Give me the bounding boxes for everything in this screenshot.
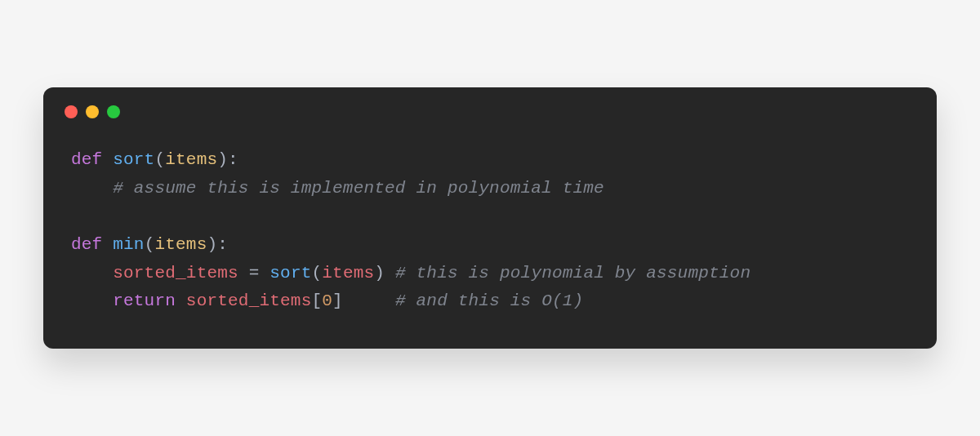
function-name: min — [113, 235, 144, 254]
code-line-5: sorted_items = sort(items) # this is pol… — [71, 264, 751, 283]
argument: items — [322, 264, 374, 283]
variable: sorted_items — [186, 291, 312, 310]
keyword-return: return — [113, 291, 176, 310]
function-call: sort — [270, 264, 311, 283]
param: items — [165, 150, 217, 169]
titlebar — [43, 87, 937, 118]
variable: sorted_items — [113, 264, 238, 283]
code-line-4: def min(items): — [71, 235, 228, 254]
comment: # assume this is implemented in polynomi… — [113, 179, 604, 198]
comment: # and this is O(1) — [395, 291, 583, 310]
maximize-icon[interactable] — [107, 105, 120, 118]
code-line-1: def sort(items): — [71, 150, 238, 169]
close-icon[interactable] — [65, 105, 78, 118]
code-line-6: return sorted_items[0] # and this is O(1… — [71, 291, 583, 310]
code-content: def sort(items): # assume this is implem… — [43, 118, 937, 349]
code-line-2: # assume this is implemented in polynomi… — [71, 179, 604, 198]
param: items — [154, 235, 207, 254]
code-window: def sort(items): # assume this is implem… — [43, 87, 937, 349]
keyword-def: def — [71, 235, 102, 254]
minimize-icon[interactable] — [86, 105, 99, 118]
number-literal: 0 — [322, 291, 332, 310]
keyword-def: def — [71, 150, 102, 169]
function-name: sort — [113, 150, 154, 169]
comment: # this is polynomial by assumption — [395, 264, 751, 283]
